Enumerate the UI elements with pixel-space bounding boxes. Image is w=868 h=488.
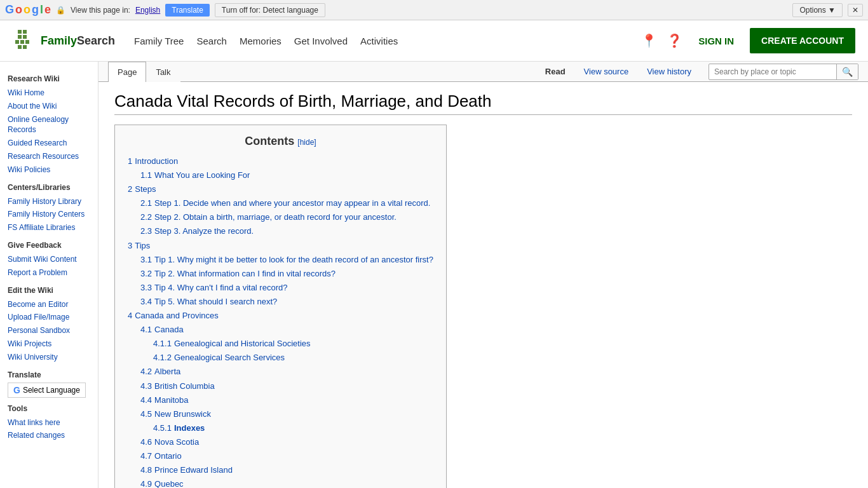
sidebar-item-wiki-policies[interactable]: Wiki Policies xyxy=(8,163,90,177)
familysearch-logo-icon xyxy=(13,29,37,53)
options-button[interactable]: Options ▼ xyxy=(792,3,843,17)
sidebar-item-about-wiki[interactable]: About the Wiki xyxy=(8,100,90,113)
view-page-text: View this page in: xyxy=(71,6,130,15)
svg-rect-8 xyxy=(23,45,27,49)
toc-link[interactable]: 4.5New Brunswick xyxy=(140,409,211,419)
sidebar-item-fs-affiliate[interactable]: FS Affiliate Libraries xyxy=(8,221,90,234)
toc-link[interactable]: 4.4Manitoba xyxy=(140,395,189,405)
sidebar-item-submit-wiki[interactable]: Submit Wiki Content xyxy=(8,253,90,266)
nav-search[interactable]: Search xyxy=(196,32,227,50)
toc-link[interactable]: 4.2Alberta xyxy=(140,367,180,376)
tab-page[interactable]: Page xyxy=(108,62,146,82)
sidebar-item-wiki-university[interactable]: Wiki University xyxy=(8,351,90,364)
toc-item: 4.2Alberta xyxy=(140,365,433,379)
create-account-button[interactable]: CREATE ACCOUNT xyxy=(750,28,855,53)
toc-item: 4.9Quebec xyxy=(140,477,433,488)
toc-link[interactable]: 1Introduction xyxy=(128,156,178,166)
page-title: Canada Vital Records of Birth, Marriage,… xyxy=(114,92,852,115)
content-area: Page Talk Read View source View history … xyxy=(98,62,868,488)
sidebar-item-family-history-centers[interactable]: Family History Centers xyxy=(8,208,90,221)
nav-get-involved[interactable]: Get Involved xyxy=(294,32,348,50)
logo-link[interactable]: FamilySearch xyxy=(13,29,115,53)
sidebar-section-centers: Centers/Libraries Family History Library… xyxy=(8,183,90,234)
sidebar-item-related-changes[interactable]: Related changes xyxy=(8,429,90,442)
turn-off-button[interactable]: Turn off for: Detect language xyxy=(215,3,325,17)
svg-rect-5 xyxy=(20,40,24,44)
sidebar-item-what-links[interactable]: What links here xyxy=(8,416,90,430)
toc-link[interactable]: 2.1Step 1. Decide when and where your an… xyxy=(140,198,430,208)
lock-icon: 🔒 xyxy=(56,6,65,15)
sidebar-item-guided-research[interactable]: Guided Research xyxy=(8,137,90,150)
toc-link[interactable]: 4.1.2Genealogical Search Services xyxy=(153,353,285,362)
sidebar-item-upload-file[interactable]: Upload File/Image xyxy=(8,311,90,324)
svg-rect-2 xyxy=(18,35,22,39)
toc-item: 3.4Tip 5. What should I search next? xyxy=(140,295,433,309)
toc-item: 4.5.1Indexes xyxy=(153,421,433,435)
svg-rect-6 xyxy=(25,40,29,44)
toc-link[interactable]: 3Tips xyxy=(128,241,150,250)
toc-item: 4.1.1Genealogical and Historical Societi… xyxy=(153,337,433,351)
sidebar-section-feedback: Give Feedback Submit Wiki Content Report… xyxy=(8,241,90,280)
toc-link[interactable]: 4.1Canada xyxy=(140,325,184,334)
translate-button[interactable]: Translate xyxy=(165,4,210,17)
sidebar-item-family-history-library[interactable]: Family History Library xyxy=(8,195,90,208)
sidebar-item-report-problem[interactable]: Report a Problem xyxy=(8,266,90,280)
toc-link[interactable]: 4.1.1Genealogical and Historical Societi… xyxy=(153,339,311,348)
sidebar-item-personal-sandbox[interactable]: Personal Sandbox xyxy=(8,324,90,337)
sidebar-title-centers: Centers/Libraries xyxy=(8,183,90,192)
location-icon[interactable]: 📍 xyxy=(641,33,657,48)
sidebar-section-research-wiki: Research Wiki Wiki Home About the Wiki O… xyxy=(8,74,90,177)
toc-item: 4.1Canada xyxy=(140,323,433,337)
sidebar-title-research-wiki: Research Wiki xyxy=(8,74,90,83)
action-view-history[interactable]: View history xyxy=(639,62,699,81)
toc-link[interactable]: 4.6Nova Scotia xyxy=(140,437,199,447)
wiki-search: 🔍 xyxy=(709,64,858,80)
toc-link[interactable]: 3.3Tip 4. Why can't I find a vital recor… xyxy=(140,283,287,292)
wiki-search-input[interactable] xyxy=(709,65,836,79)
table-of-contents: Contents [hide] 1Introduction1.1What You… xyxy=(114,125,447,488)
toc-link[interactable]: 4.7Ontario xyxy=(140,451,182,461)
toc-item: 2Steps xyxy=(128,182,433,196)
page-layout: Research Wiki Wiki Home About the Wiki O… xyxy=(0,62,868,488)
toc-link[interactable]: 4.3British Columbia xyxy=(140,381,215,391)
sidebar-item-online-genealogy[interactable]: Online Genealogy Records xyxy=(8,113,90,137)
toc-link[interactable]: 1.1What You are Looking For xyxy=(140,170,250,180)
toc-link[interactable]: 3.1Tip 1. Why might it be better to look… xyxy=(140,255,433,264)
nav-activities[interactable]: Activities xyxy=(360,32,398,50)
wiki-search-button[interactable]: 🔍 xyxy=(836,64,858,79)
nav-family-tree[interactable]: Family Tree xyxy=(134,32,184,50)
select-language-button[interactable]: G Select Language xyxy=(8,383,86,398)
nav-memories[interactable]: Memories xyxy=(240,32,281,50)
toc-link[interactable]: 2Steps xyxy=(128,184,156,194)
toc-link[interactable]: 4.5.1Indexes xyxy=(153,423,205,433)
tab-talk[interactable]: Talk xyxy=(146,62,180,82)
sidebar-title-translate: Translate xyxy=(8,370,90,379)
toc-item: 4Canada and Provinces xyxy=(128,309,433,323)
toc-list: 1Introduction1.1What You are Looking For… xyxy=(128,154,433,488)
toc-hide-link[interactable]: [hide] xyxy=(297,138,316,147)
sidebar-title-edit: Edit the Wiki xyxy=(8,286,90,295)
toc-link[interactable]: 2.2Step 2. Obtain a birth, marriage, or … xyxy=(140,212,397,222)
sidebar-item-become-editor[interactable]: Become an Editor xyxy=(8,298,90,311)
help-icon[interactable]: ❓ xyxy=(667,33,682,48)
language-link[interactable]: English xyxy=(135,6,160,15)
toc-link[interactable]: 4.8Prince Edward Island xyxy=(140,465,233,475)
sidebar-item-wiki-home[interactable]: Wiki Home xyxy=(8,86,90,100)
toc-link[interactable]: 4Canada and Provinces xyxy=(128,311,219,320)
toc-item: 2.3Step 3. Analyze the record. xyxy=(140,224,433,238)
toc-link[interactable]: 4.9Quebec xyxy=(140,479,184,488)
sidebar-item-wiki-projects[interactable]: Wiki Projects xyxy=(8,337,90,351)
sign-in-button[interactable]: SIGN IN xyxy=(692,32,740,50)
toc-item: 4.6Nova Scotia xyxy=(140,435,433,449)
sidebar-item-research-resources[interactable]: Research Resources xyxy=(8,150,90,163)
wiki-tabs-bar: Page Talk Read View source View history … xyxy=(98,62,868,82)
toc-item: 3.2Tip 2. What information can I find in… xyxy=(140,267,433,281)
logo-text: FamilySearch xyxy=(41,34,115,48)
action-view-source[interactable]: View source xyxy=(576,62,637,81)
toc-link[interactable]: 3.4Tip 5. What should I search next? xyxy=(140,297,277,306)
toc-link[interactable]: 2.3Step 3. Analyze the record. xyxy=(140,226,254,236)
action-read[interactable]: Read xyxy=(538,62,573,81)
toc-link[interactable]: 3.2Tip 2. What information can I find in… xyxy=(140,269,336,278)
sidebar-title-feedback: Give Feedback xyxy=(8,241,90,250)
close-translate-button[interactable]: ✕ xyxy=(848,4,863,17)
